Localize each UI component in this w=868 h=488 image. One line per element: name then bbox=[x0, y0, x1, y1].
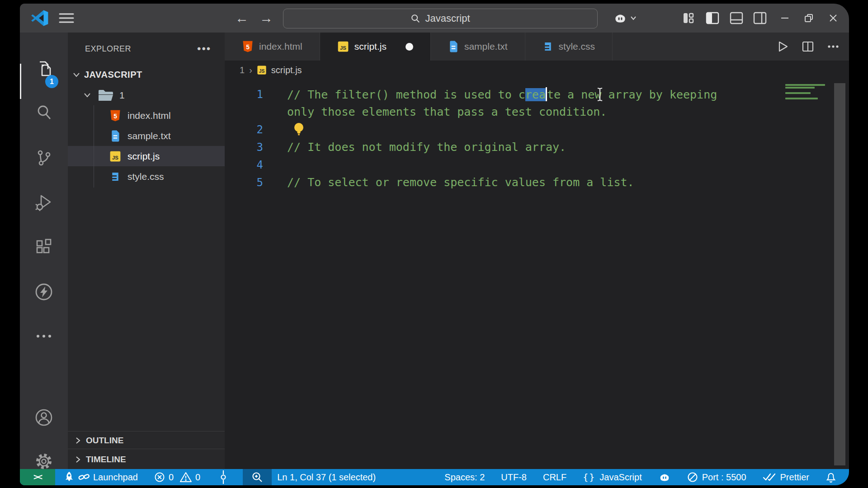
language-item[interactable]: {} JavaScript bbox=[583, 472, 642, 483]
line-text: only those elements that pass a test con… bbox=[287, 105, 607, 118]
more-icon[interactable] bbox=[20, 322, 68, 351]
launchpad-item[interactable]: Launchpad bbox=[63, 471, 138, 483]
extensions-icon[interactable] bbox=[20, 233, 68, 262]
explorer-item-style.css[interactable]: style.css bbox=[68, 166, 225, 187]
port-item[interactable]: Port : 5500 bbox=[687, 472, 746, 483]
account-icon[interactable] bbox=[20, 403, 68, 432]
tab-index.html[interactable]: 5index.html bbox=[225, 33, 320, 61]
code-line[interactable]: 4 bbox=[225, 156, 768, 174]
launchpad-label: Launchpad bbox=[93, 472, 138, 483]
tab-script.js[interactable]: JSscript.js bbox=[320, 33, 431, 61]
explorer-item-sample.txt[interactable]: sample.txt bbox=[68, 126, 225, 146]
cursor-position-item[interactable]: Ln 1, Col 37 (1 selected) bbox=[277, 472, 376, 483]
explorer-icon[interactable] bbox=[20, 54, 68, 83]
toggle-sidebar-icon[interactable] bbox=[705, 4, 720, 33]
more-actions-icon[interactable] bbox=[827, 45, 839, 48]
line-number: 5 bbox=[225, 176, 263, 189]
eol-label: CRLF bbox=[543, 472, 566, 483]
search-value: Javascript bbox=[425, 13, 470, 24]
customize-layout-icon[interactable] bbox=[681, 4, 696, 33]
close-icon[interactable] bbox=[826, 4, 841, 33]
file-label: style.css bbox=[127, 171, 164, 182]
breadcrumb-folder[interactable]: 1 bbox=[240, 65, 245, 75]
breadcrumb[interactable]: 1 › JS script.js bbox=[240, 61, 302, 79]
minimap-line bbox=[785, 87, 815, 89]
file-label: sample.txt bbox=[127, 131, 171, 141]
html-file-icon: 5 bbox=[242, 40, 254, 53]
rocket-icon bbox=[63, 471, 75, 483]
formatter-label: Prettier bbox=[780, 472, 809, 483]
errors-icon bbox=[154, 472, 165, 483]
indentation-item[interactable]: Spaces: 2 bbox=[444, 472, 485, 483]
lightning-icon[interactable] bbox=[20, 277, 68, 306]
editor-area: 5index.htmlJSscript.jssample.txtstyle.cs… bbox=[225, 33, 849, 469]
vertical-scrollbar[interactable] bbox=[834, 83, 845, 465]
vscode-logo bbox=[31, 4, 49, 33]
chevron-right-icon bbox=[73, 456, 82, 463]
explorer-badge: 1 bbox=[45, 75, 58, 88]
explorer-more-icon[interactable]: ••• bbox=[197, 42, 211, 55]
warnings-icon bbox=[180, 472, 192, 483]
warning-count: 0 bbox=[195, 472, 200, 483]
code-line[interactable]: only those elements that pass a test con… bbox=[225, 103, 768, 121]
tab-label: index.html bbox=[259, 41, 302, 52]
breadcrumb-file[interactable]: script.js bbox=[271, 65, 302, 75]
code-lines[interactable]: 1// The filter() method is used to creat… bbox=[225, 85, 768, 191]
remote-indicator[interactable]: >< bbox=[20, 469, 55, 485]
language-label: JavaScript bbox=[599, 472, 642, 483]
line-text: // The filter() method is used to create… bbox=[287, 87, 717, 101]
split-editor-icon[interactable] bbox=[802, 41, 814, 52]
back-icon[interactable]: ← bbox=[235, 4, 249, 33]
bell-icon[interactable] bbox=[826, 471, 836, 483]
lightbulb-icon[interactable] bbox=[293, 122, 305, 136]
code-line[interactable]: 3// It does not modify the original arra… bbox=[225, 138, 768, 156]
code-line[interactable]: 2 bbox=[225, 121, 768, 138]
outline-section[interactable]: OUTLINE bbox=[68, 431, 225, 449]
code-line[interactable]: 5// To select or remove specific values … bbox=[225, 174, 768, 191]
txt-file-icon bbox=[448, 40, 459, 53]
toggle-panel-icon[interactable] bbox=[729, 4, 744, 33]
workspace-section-javascript[interactable]: JAVASCRIPT bbox=[68, 65, 225, 85]
menu-icon[interactable] bbox=[59, 4, 74, 33]
svg-text:JS: JS bbox=[259, 69, 264, 74]
tab-style.css[interactable]: style.css bbox=[525, 33, 613, 61]
problems-item[interactable]: 0 0 bbox=[154, 472, 200, 483]
explorer-title: EXPLORER bbox=[85, 44, 131, 54]
folder-item-1[interactable]: 1 bbox=[68, 85, 225, 105]
search-input[interactable]: Javascript bbox=[283, 9, 598, 28]
zoom-in-item[interactable] bbox=[243, 469, 272, 485]
formatter-item[interactable]: Prettier bbox=[763, 472, 809, 483]
tab-label: style.css bbox=[559, 41, 595, 52]
run-icon[interactable] bbox=[778, 41, 788, 52]
code-line[interactable]: 1// The filter() method is used to creat… bbox=[225, 85, 768, 103]
restore-icon[interactable] bbox=[801, 4, 816, 33]
explorer-item-script.js[interactable]: JSscript.js bbox=[68, 146, 225, 166]
cursor-position-label: Ln 1, Col 37 (1 selected) bbox=[277, 472, 376, 483]
tab-bar: 5index.htmlJSscript.jssample.txtstyle.cs… bbox=[225, 33, 849, 61]
toggle-secondary-sidebar-icon[interactable] bbox=[752, 4, 768, 33]
timeline-label: TIMELINE bbox=[86, 455, 126, 465]
eol-item[interactable]: CRLF bbox=[543, 472, 566, 483]
timeline-section[interactable]: TIMELINE bbox=[68, 449, 225, 469]
source-control-icon[interactable] bbox=[20, 143, 68, 172]
forward-icon[interactable]: → bbox=[259, 4, 273, 33]
minimize-icon[interactable] bbox=[777, 4, 793, 33]
modified-dot[interactable] bbox=[406, 43, 413, 51]
encoding-label: UTF-8 bbox=[501, 472, 527, 483]
run-debug-icon[interactable] bbox=[20, 188, 68, 217]
copilot-status-item[interactable] bbox=[658, 471, 671, 483]
title-bar: ← → Javascript bbox=[20, 4, 849, 33]
tab-sample.txt[interactable]: sample.txt bbox=[431, 33, 525, 61]
minimap-line bbox=[785, 98, 818, 99]
line-text: // To select or remove specific values f… bbox=[287, 176, 634, 189]
commit-item[interactable] bbox=[220, 470, 226, 484]
encoding-item[interactable]: UTF-8 bbox=[501, 472, 527, 483]
explorer-item-index.html[interactable]: 5index.html bbox=[68, 105, 225, 126]
video-frame: ← → Javascript bbox=[0, 0, 868, 488]
copilot-icon[interactable] bbox=[613, 4, 637, 33]
txt-file-icon bbox=[108, 130, 122, 142]
error-count: 0 bbox=[169, 472, 174, 483]
svg-text:5: 5 bbox=[246, 43, 250, 51]
folder-icon bbox=[98, 89, 114, 102]
search-view-icon[interactable] bbox=[20, 98, 68, 127]
